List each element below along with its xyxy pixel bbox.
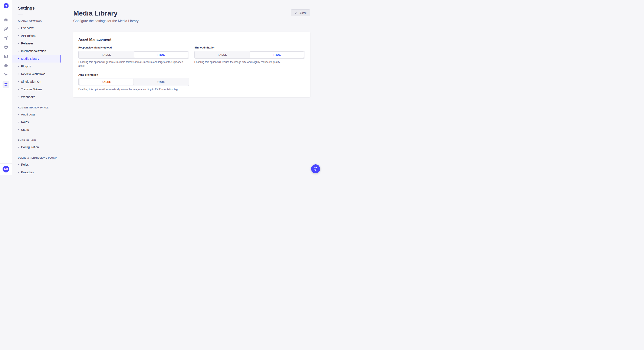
field-hint: Enabling this option will reduce the ima…: [194, 60, 305, 64]
sidebar-item-up-providers[interactable]: Providers: [12, 169, 61, 175]
workspace-rail: KD: [0, 0, 12, 175]
bullet-icon: [18, 28, 19, 28]
layout-window-icon: [4, 54, 8, 58]
field-label: Responsive friendly upload: [78, 46, 189, 49]
main-content: Media Library Configure the settings for…: [61, 0, 322, 175]
bullet-icon: [18, 164, 19, 165]
sidebar-title: Settings: [12, 5, 61, 11]
field-hint: Enabling this option will automatically …: [78, 87, 189, 91]
section-label-users-permissions-plugin: USERS & PERMISSIONS PLUGIN: [12, 157, 61, 159]
bullet-icon: [18, 147, 19, 148]
user-avatar[interactable]: KD: [2, 166, 9, 173]
rail-bottom: KD: [0, 163, 12, 175]
cart-icon: [4, 72, 8, 77]
toggle-option-false[interactable]: FALSE: [79, 79, 134, 85]
help-button[interactable]: [311, 164, 320, 173]
section-label-administration-panel: ADMINISTRATION PANEL: [12, 106, 61, 109]
rail-nav: [2, 16, 9, 90]
sidebar-item-email-configuration[interactable]: Configuration: [12, 143, 61, 151]
size-optimization-toggle: FALSE TRUE: [194, 51, 305, 59]
bullet-icon: [18, 51, 19, 51]
section-label-global-settings: GLOBAL SETTINGS: [12, 20, 61, 22]
field-responsive-friendly-upload: Responsive friendly upload FALSE TRUE En…: [78, 46, 189, 68]
rail-item-marketplace[interactable]: [2, 71, 9, 78]
bullet-icon: [18, 114, 19, 115]
save-button[interactable]: Save: [291, 9, 310, 16]
bullet-icon: [18, 74, 19, 74]
bullet-icon: [18, 66, 19, 67]
bullet-icon: [18, 172, 19, 173]
sidebar-item-internationalization[interactable]: Internationalization: [12, 47, 61, 55]
toggle-option-true[interactable]: TRUE: [250, 51, 304, 58]
sidebar-item-admin-users[interactable]: Users: [12, 126, 61, 134]
settings-sidebar: Settings GLOBAL SETTINGS Overview API To…: [12, 0, 61, 175]
toggle-option-false[interactable]: FALSE: [79, 51, 134, 58]
sidebar-item-review-workflows[interactable]: Review Workflows: [12, 70, 61, 78]
auto-orientation-toggle: FALSE TRUE: [78, 78, 189, 86]
sidebar-item-transfer-tokens[interactable]: Transfer Tokens: [12, 85, 61, 93]
rail-item-media-library[interactable]: [2, 44, 9, 51]
bullet-icon: [18, 122, 19, 123]
page-header: Media Library Configure the settings for…: [73, 9, 310, 23]
bullet-icon: [18, 89, 19, 90]
sidebar-item-up-roles[interactable]: Roles: [12, 161, 61, 169]
rail-item-home[interactable]: [2, 16, 9, 23]
rail-item-deploy[interactable]: [2, 62, 9, 69]
field-label: Auto orientation: [78, 73, 189, 76]
sidebar-item-releases[interactable]: Releases: [12, 39, 61, 47]
sidebar-item-single-sign-on[interactable]: Single Sign-On: [12, 78, 61, 85]
save-button-label: Save: [300, 11, 306, 14]
question-circle-icon: [313, 167, 318, 171]
toggle-option-true[interactable]: TRUE: [134, 79, 188, 85]
toggle-option-false[interactable]: FALSE: [195, 51, 250, 58]
field-hint: Enabling this option will generate multi…: [78, 60, 189, 68]
rail-item-settings[interactable]: [2, 81, 9, 88]
rail-item-content-manager[interactable]: [2, 25, 9, 32]
page-title: Media Library: [73, 9, 139, 17]
media-images-icon: [4, 45, 8, 49]
check-icon: [294, 11, 298, 14]
sidebar-item-overview[interactable]: Overview: [12, 24, 61, 32]
sidebar-item-api-tokens[interactable]: API Tokens: [12, 32, 61, 39]
bullet-icon: [18, 43, 19, 44]
home-icon: [4, 18, 8, 22]
sidebar-item-media-library[interactable]: Media Library: [12, 55, 61, 62]
asset-management-card: Asset Management Responsive friendly upl…: [73, 32, 310, 97]
page-header-text: Media Library Configure the settings for…: [73, 9, 139, 23]
bullet-icon: [18, 35, 19, 36]
field-size-optimization: Size optimization FALSE TRUE Enabling th…: [194, 46, 305, 68]
fields-grid: Responsive friendly upload FALSE TRUE En…: [78, 46, 305, 91]
cloud-icon: [4, 63, 8, 68]
card-section-title: Asset Management: [78, 37, 305, 42]
section-label-email-plugin: EMAIL PLUGIN: [12, 139, 61, 142]
app-window: KD Settings GLOBAL SETTINGS Overview API…: [0, 0, 322, 175]
toggle-option-true[interactable]: TRUE: [134, 51, 188, 58]
responsive-friendly-upload-toggle: FALSE TRUE: [78, 51, 189, 59]
sidebar-item-admin-roles[interactable]: Roles: [12, 118, 61, 126]
sidebar-item-plugins[interactable]: Plugins: [12, 62, 61, 70]
feather-icon: [4, 27, 8, 31]
grid-spacer: [194, 73, 305, 91]
rail-item-content-type-builder[interactable]: [2, 53, 9, 60]
strapi-logo-icon[interactable]: [4, 3, 8, 8]
sidebar-item-webhooks[interactable]: Webhooks: [12, 93, 61, 101]
logo-container: [0, 0, 12, 12]
paper-plane-icon: [4, 36, 8, 40]
field-auto-orientation: Auto orientation FALSE TRUE Enabling thi…: [78, 73, 189, 91]
sidebar-title-divider: [18, 14, 23, 14]
bullet-icon: [18, 81, 19, 82]
bullet-icon: [18, 97, 19, 97]
rail-item-releases[interactable]: [2, 35, 9, 41]
gear-icon: [4, 82, 8, 87]
bullet-icon: [18, 58, 19, 59]
field-label: Size optimization: [194, 46, 305, 49]
bullet-icon: [18, 129, 19, 130]
sidebar-item-audit-logs[interactable]: Audit Logs: [12, 111, 61, 118]
page-subtitle: Configure the settings for the Media Lib…: [73, 19, 139, 23]
